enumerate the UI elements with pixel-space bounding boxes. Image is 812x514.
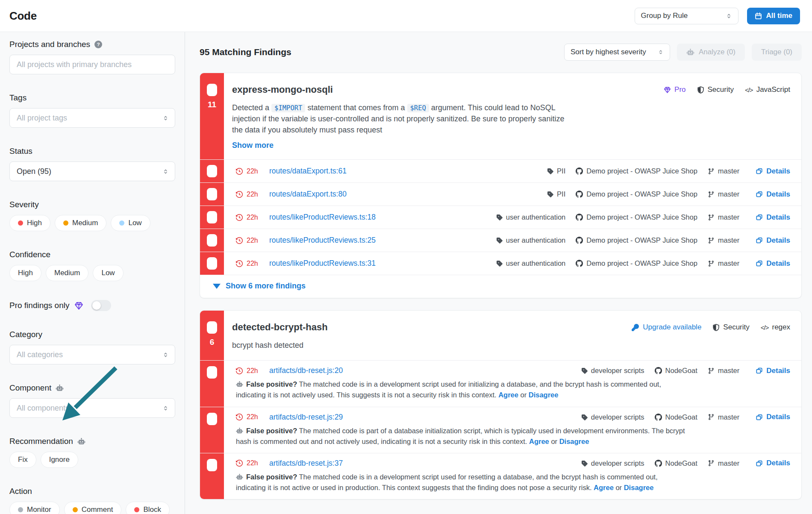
finding-tag: user authentication	[496, 213, 565, 221]
finding-file-link[interactable]: artifacts/db-reset.js:29	[269, 413, 343, 422]
history-icon	[236, 414, 243, 420]
robot-icon	[77, 438, 85, 446]
top-bar: Code Group by Rule All time	[0, 0, 812, 32]
tags-select[interactable]: All project tags	[9, 108, 175, 128]
category-filter-label: Category	[9, 330, 42, 339]
group-checkbox[interactable]	[207, 84, 217, 96]
agree-link[interactable]: Agree	[498, 391, 518, 399]
finding-row: 22h routes/likeProductReviews.ts:25 user…	[200, 229, 801, 252]
disagree-link[interactable]: Disagree	[529, 391, 559, 399]
row-checkbox[interactable]	[207, 257, 217, 270]
triage-button[interactable]: Triage (0)	[752, 44, 802, 61]
history-icon	[236, 237, 243, 244]
finding-file-link[interactable]: routes/likeProductReviews.ts:25	[269, 236, 376, 245]
group-by-select[interactable]: Group by Rule	[635, 8, 738, 24]
analyze-button[interactable]: Analyze (0)	[677, 44, 745, 61]
finding-file-link[interactable]: artifacts/db-reset.js:20	[269, 366, 343, 375]
recommendation-fix-pill[interactable]: Fix	[9, 452, 36, 468]
branch-name: master	[708, 236, 739, 244]
agree-link[interactable]: Agree	[529, 438, 549, 445]
pro-findings-label: Pro findings only	[9, 301, 69, 310]
recommendation-filter-label: Recommendation	[9, 437, 73, 446]
group-checkbox[interactable]	[207, 321, 217, 334]
severity-stripe: 6	[200, 311, 224, 360]
upgrade-available-link[interactable]: Upgrade available	[632, 323, 701, 332]
details-link[interactable]: Details	[756, 213, 790, 222]
details-icon	[756, 460, 763, 467]
severity-medium-pill[interactable]: Medium	[55, 215, 106, 231]
row-checkbox[interactable]	[207, 459, 217, 471]
component-select[interactable]: All components	[9, 398, 175, 418]
details-link[interactable]: Details	[756, 190, 790, 199]
status-select[interactable]: Open (95)	[9, 162, 175, 181]
category-select[interactable]: All categories	[9, 345, 175, 364]
severity-low-pill[interactable]: Low	[111, 215, 150, 231]
show-more-link[interactable]: Show more	[232, 141, 274, 150]
robot-icon	[236, 381, 243, 388]
project-name: NodeGoat	[655, 413, 697, 421]
page-title: Code	[9, 9, 37, 23]
details-link[interactable]: Details	[756, 259, 790, 268]
details-link[interactable]: Details	[756, 236, 790, 245]
chevron-updown-icon	[726, 13, 732, 19]
finding-file-link[interactable]: routes/dataExport.ts:80	[269, 190, 347, 199]
pro-findings-toggle[interactable]	[91, 300, 111, 311]
details-link[interactable]: Details	[756, 413, 790, 421]
finding-age: 22h	[236, 413, 269, 421]
confidence-low-pill[interactable]: Low	[93, 265, 123, 281]
confidence-high-pill[interactable]: High	[9, 265, 41, 281]
finding-file-link[interactable]: artifacts/db-reset.js:37	[269, 459, 343, 468]
finding-row: 22h artifacts/db-reset.js:20 developer s…	[200, 360, 801, 406]
details-link[interactable]: Details	[756, 367, 790, 375]
robot-icon	[686, 48, 694, 56]
finding-file-link[interactable]: routes/dataExport.ts:61	[269, 167, 347, 176]
details-icon	[756, 214, 763, 221]
branch-icon	[708, 260, 715, 267]
recommendation-ignore-pill[interactable]: Ignore	[41, 452, 78, 468]
action-block-pill[interactable]: Block	[126, 502, 170, 514]
finding-row: 22h routes/likeProductReviews.ts:31 user…	[200, 252, 801, 275]
action-monitor-pill[interactable]: Monitor	[9, 502, 60, 514]
branch-name: master	[708, 190, 739, 198]
tag-icon	[581, 460, 588, 467]
row-checkbox[interactable]	[207, 234, 217, 247]
project-name: Demo project - OWASP Juice Shop	[576, 259, 697, 267]
severity-high-pill[interactable]: High	[9, 215, 50, 231]
agree-link[interactable]: Agree	[594, 484, 614, 491]
help-icon[interactable]	[94, 41, 102, 48]
branch-name: master	[708, 259, 739, 267]
show-more-findings-link[interactable]: Show 6 more findings	[200, 275, 801, 298]
time-filter-button[interactable]: All time	[747, 8, 800, 24]
finding-age: 22h	[236, 260, 269, 267]
row-checkbox[interactable]	[207, 413, 217, 425]
details-link[interactable]: Details	[756, 167, 790, 176]
tag-icon	[581, 367, 588, 374]
sort-select[interactable]: Sort by highest severity	[564, 44, 670, 61]
finding-row: 22h routes/likeProductReviews.ts:18 user…	[200, 206, 801, 229]
tag-icon	[547, 168, 553, 174]
projects-input[interactable]	[9, 55, 175, 74]
finding-file-link[interactable]: routes/likeProductReviews.ts:18	[269, 213, 376, 222]
calendar-icon	[755, 12, 762, 20]
history-icon	[236, 168, 243, 175]
sort-select-value: Sort by highest severity	[571, 48, 646, 56]
finding-file-link[interactable]: routes/likeProductReviews.ts:31	[269, 259, 376, 268]
branch-name: master	[708, 413, 739, 421]
ai-assessment-note: False positive? The matched code is part…	[236, 426, 689, 447]
confidence-medium-pill[interactable]: Medium	[46, 265, 88, 281]
project-name: NodeGoat	[655, 367, 697, 375]
row-checkbox[interactable]	[207, 211, 217, 223]
details-link[interactable]: Details	[756, 459, 790, 467]
row-checkbox[interactable]	[207, 366, 217, 379]
row-checkbox[interactable]	[207, 165, 217, 177]
disagree-link[interactable]: Disagree	[559, 438, 589, 445]
category-badge: Security	[712, 323, 749, 332]
action-comment-pill[interactable]: Comment	[64, 502, 122, 514]
details-icon	[756, 260, 763, 267]
finding-tag: user authentication	[496, 236, 565, 244]
code-chip: $REQ	[407, 104, 429, 112]
project-name: Demo project - OWASP Juice Shop	[576, 190, 697, 198]
disagree-link[interactable]: Disagree	[624, 484, 654, 491]
gem-icon	[664, 86, 671, 94]
row-checkbox[interactable]	[207, 188, 217, 200]
